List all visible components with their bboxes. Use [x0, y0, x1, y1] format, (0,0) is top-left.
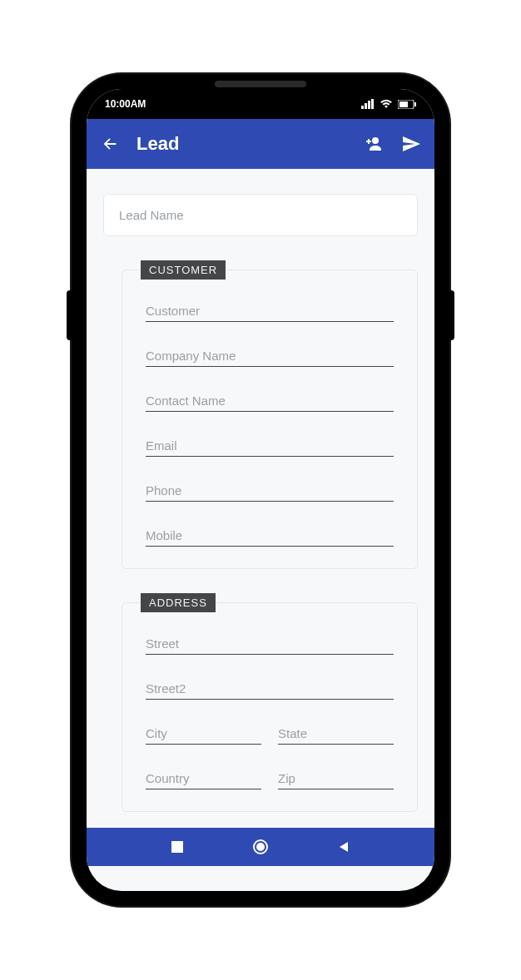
square-icon: [171, 841, 183, 853]
country-input[interactable]: [146, 766, 261, 789]
signal-icon: [361, 99, 375, 109]
customer-legend: CUSTOMER: [141, 260, 226, 280]
phone-button-right: [449, 290, 454, 340]
address-fieldset: ADDRESS: [122, 602, 418, 812]
street2-input[interactable]: [146, 676, 394, 700]
status-bar: 10:00AM: [87, 89, 434, 119]
address-legend: ADDRESS: [141, 593, 216, 612]
nav-home-button[interactable]: [253, 839, 268, 854]
wifi-icon: [380, 99, 393, 109]
status-time: 10:00AM: [105, 98, 146, 110]
svg-rect-3: [371, 99, 374, 109]
phone-speaker: [215, 81, 306, 87]
phone-button-left: [67, 290, 72, 340]
mobile-input[interactable]: [146, 523, 394, 547]
email-input[interactable]: [146, 433, 394, 457]
battery-icon: [398, 100, 416, 109]
phone-notch: [181, 89, 340, 111]
city-input[interactable]: [146, 721, 261, 745]
screen: 10:00AM Lead CUSTOMER: [87, 89, 434, 891]
svg-rect-2: [368, 101, 370, 109]
back-button[interactable]: [98, 132, 122, 156]
nav-recent-button[interactable]: [171, 841, 183, 853]
arrow-left-icon: [101, 135, 119, 153]
page-title: Lead: [136, 133, 346, 155]
customer-fieldset: CUSTOMER: [122, 270, 418, 569]
svg-rect-6: [414, 102, 416, 106]
state-input[interactable]: [278, 721, 394, 745]
customer-input[interactable]: [146, 299, 394, 322]
lead-name-container: [103, 194, 418, 236]
zip-input[interactable]: [278, 766, 394, 789]
svg-point-7: [372, 137, 379, 144]
app-bar: Lead: [87, 119, 434, 169]
person-add-icon: [363, 134, 383, 154]
svg-rect-8: [171, 841, 183, 853]
street-input[interactable]: [146, 631, 394, 655]
phone-input[interactable]: [146, 478, 394, 502]
add-contact-button[interactable]: [361, 132, 385, 156]
send-icon: [401, 134, 421, 154]
svg-rect-5: [399, 101, 408, 107]
send-button[interactable]: [399, 132, 423, 156]
svg-rect-1: [365, 103, 367, 109]
circle-icon: [253, 839, 268, 854]
phone-frame: 10:00AM Lead CUSTOMER: [72, 74, 449, 906]
svg-point-10: [256, 843, 265, 851]
nav-back-button[interactable]: [338, 841, 350, 853]
status-icons: [361, 99, 416, 109]
system-nav-bar: [87, 828, 434, 866]
svg-rect-0: [361, 106, 364, 109]
triangle-left-icon: [338, 841, 350, 853]
content-area[interactable]: CUSTOMER ADDRESS: [87, 169, 434, 828]
lead-name-input[interactable]: [119, 208, 402, 222]
contact-name-input[interactable]: [146, 389, 394, 412]
company-name-input[interactable]: [146, 344, 394, 367]
